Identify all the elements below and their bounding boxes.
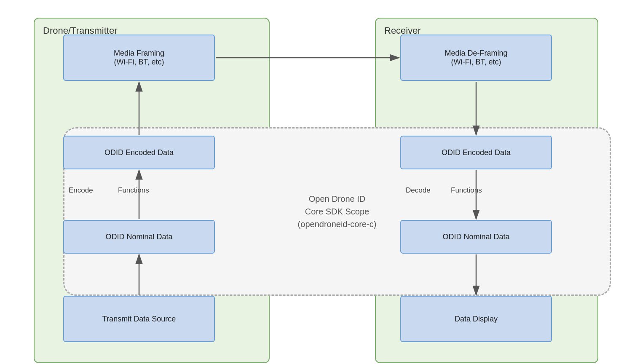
odid-nominal-right-box: ODID Nominal Data — [400, 220, 552, 254]
odid-encoded-right-label: ODID Encoded Data — [442, 148, 511, 157]
diagram-container: Drone/Transmitter Receiver Open Drone ID… — [21, 9, 611, 355]
sdk-scope-label: Open Drone ID Core SDK Scope (opendronei… — [298, 193, 377, 230]
odid-nominal-left-box: ODID Nominal Data — [63, 220, 215, 254]
odid-encoded-left-box: ODID Encoded Data — [63, 136, 215, 169]
transmit-source-label: Transmit Data Source — [102, 315, 176, 324]
data-display-box: Data Display — [400, 296, 552, 342]
media-deframing-label: Media De-Framing(Wi-Fi, BT, etc) — [445, 49, 507, 67]
media-framing-box: Media Framing(Wi-Fi, BT, etc) — [63, 35, 215, 81]
odid-encoded-right-box: ODID Encoded Data — [400, 136, 552, 169]
transmit-source-box: Transmit Data Source — [63, 296, 215, 342]
right-functions-label: Functions — [451, 186, 482, 195]
encode-label: Encode — [69, 186, 93, 195]
data-display-label: Data Display — [455, 315, 498, 324]
media-framing-label: Media Framing(Wi-Fi, BT, etc) — [114, 49, 164, 67]
odid-nominal-left-label: ODID Nominal Data — [105, 233, 172, 241]
left-functions-label: Functions — [118, 186, 149, 195]
odid-encoded-left-label: ODID Encoded Data — [104, 148, 174, 157]
media-deframing-box: Media De-Framing(Wi-Fi, BT, etc) — [400, 35, 552, 81]
odid-nominal-right-label: ODID Nominal Data — [442, 233, 509, 241]
decode-label: Decode — [406, 186, 431, 195]
